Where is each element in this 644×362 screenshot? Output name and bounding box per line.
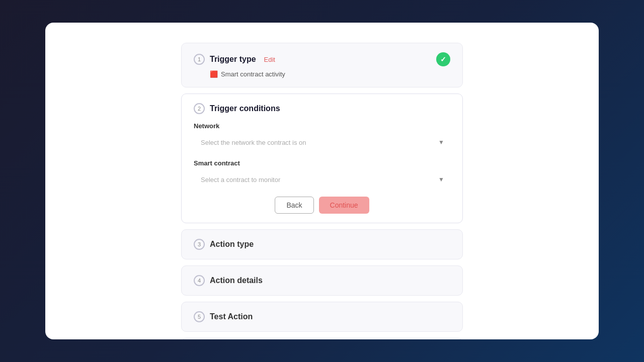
step-2-card: 2 Trigger conditions Network ▼ Select th… <box>181 94 463 223</box>
smart-contract-label: Smart contract <box>194 159 450 167</box>
step-2-title: Trigger conditions <box>210 104 280 113</box>
step-2-body: Network ▼ Select the network the contrac… <box>194 122 450 214</box>
steps-wrapper: 1 Trigger type Edit ✓ 🟥 Smart contract a… <box>181 43 463 339</box>
step-1-card: 1 Trigger type Edit ✓ 🟥 Smart contract a… <box>181 43 463 87</box>
step-1-header: 1 Trigger type Edit ✓ <box>194 52 450 66</box>
smart-contract-field-group: Smart contract ▼ Select a contract to mo… <box>194 159 450 189</box>
step-2-actions: Back Continue <box>194 197 450 214</box>
step-1-title: Trigger type <box>210 55 256 64</box>
step-1-number: 1 <box>194 54 205 65</box>
step-1-edit[interactable]: Edit <box>264 56 275 63</box>
step-2-header: 2 Trigger conditions <box>194 103 450 114</box>
step-5-header: 5 Test Action <box>194 311 450 322</box>
network-label: Network <box>194 122 450 130</box>
step-4-card: 4 Action details <box>181 265 463 296</box>
step-5-card: 5 Test Action <box>181 302 463 332</box>
step-2-number: 2 <box>194 103 205 114</box>
step-3-title: Action type <box>210 240 254 249</box>
main-container: 1 Trigger type Edit ✓ 🟥 Smart contract a… <box>45 23 599 339</box>
step-3-card: 3 Action type <box>181 229 463 259</box>
continue-button[interactable]: Continue <box>319 197 369 214</box>
step-5-number: 5 <box>194 311 205 322</box>
network-field-group: Network ▼ Select the network the contrac… <box>194 122 450 151</box>
network-select-wrapper: ▼ Select the network the contract is on <box>194 133 450 151</box>
smart-contract-select-wrapper: ▼ Select a contract to monitor <box>194 170 450 189</box>
step-1-check: ✓ <box>436 52 450 66</box>
step-3-number: 3 <box>194 239 205 250</box>
step-4-header: 4 Action details <box>194 275 450 286</box>
step-6-card: 6 Confirm Patch name <box>181 338 463 339</box>
step-3-header: 3 Action type <box>194 239 450 250</box>
back-button[interactable]: Back <box>275 197 313 214</box>
step-4-number: 4 <box>194 275 205 286</box>
step-1-subtitle: 🟥 Smart contract activity <box>210 70 450 78</box>
step-5-title: Test Action <box>210 312 253 321</box>
step-4-title: Action details <box>210 276 263 285</box>
step-1-subtitle-text: Smart contract activity <box>221 70 285 78</box>
smart-contract-icon: 🟥 <box>210 70 218 78</box>
